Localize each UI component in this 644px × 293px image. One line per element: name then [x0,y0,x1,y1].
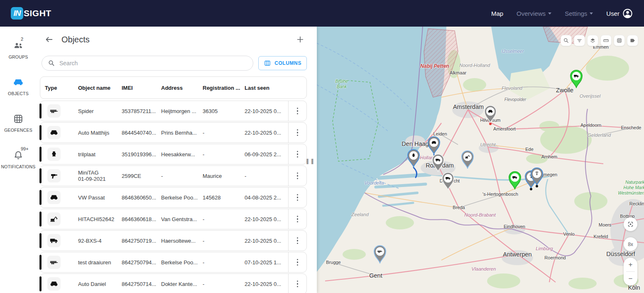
search-icon [48,59,55,67]
row-menu-button[interactable] [288,123,306,143]
map-pin-trailer[interactable] [373,245,387,263]
sidebar-item-label: NOTIFICATIONS [1,164,36,169]
drill-icon [47,169,61,182]
columns-icon [264,59,271,67]
car-icon [47,277,61,291]
row-status-bar [39,103,42,118]
row-status-bar [39,255,42,270]
table-row[interactable]: 92-BXS-4 8642750719... Haersoltewe... - … [40,230,307,251]
registration-cell: - [203,151,245,158]
zoom-out-button[interactable]: − [624,272,637,286]
zoom-in-button[interactable]: + [624,258,637,271]
table-row[interactable]: VW Passat 8646360650... Berkelse Poo... … [40,187,307,208]
car-icon [12,76,24,88]
nav-user[interactable]: User [606,8,633,19]
add-object-button[interactable] [294,33,307,46]
sidebar-item-objects[interactable]: OBJECTS [0,72,37,109]
map-tool-tag-icon[interactable] [627,35,638,46]
row-menu-button[interactable] [288,231,306,251]
excavator-icon [47,212,61,226]
sidebar-item-groups[interactable]: 2GROUPS [0,36,37,72]
row-status-bar [39,190,42,205]
last-seen-cell: 22-10-2025 0... [245,130,288,136]
car-icon [47,191,61,204]
sidebar-item-notifications[interactable]: 99+NOTIFICATIONS [0,145,37,182]
last-seen-cell: 06-09-2025 2... [245,151,288,158]
map-pin-truck[interactable] [508,171,522,190]
nav-overviews[interactable]: Overviews [517,10,551,17]
row-menu-button[interactable] [288,166,306,186]
row-menu-button[interactable] [288,209,306,229]
table-row[interactable]: HITACHI52642 8646360618... Van Gentstra.… [40,209,307,229]
map-tool-geofence-grid-icon[interactable] [614,35,625,46]
map-pin-excavator[interactable] [460,150,475,169]
app-logo[interactable]: IN SIGHT [11,7,51,20]
map-pin-wifi[interactable] [530,167,544,186]
map-canvas[interactable]: Nabij PettenBruine BankIJsselmeerNoord-H… [317,27,644,293]
imei-cell: 2599CE [122,173,161,179]
pin-position-dot [536,185,538,187]
map-pin-truck[interactable] [569,69,583,88]
map-pin-truck[interactable] [431,153,445,172]
imei-cell: 8646360650... [122,195,161,201]
nav-user-label: User [606,10,620,17]
search-box[interactable] [42,56,253,71]
map-tool-search-icon[interactable] [561,35,572,46]
pin-position-dot [530,188,532,190]
map-pin-truck[interactable] [441,172,455,190]
column-header: Registration ... [203,85,245,91]
map-tool-ruler-icon[interactable] [600,35,612,46]
table-row[interactable]: MiniTAG 01-09-2021 2599CE - Maurice - [40,165,307,186]
sidebar-item-geofences[interactable]: GEOFENCES [0,109,37,145]
focus-icon [627,221,634,228]
map-pin-compactor[interactable] [406,149,421,167]
map-tool-layers-icon[interactable] [587,35,598,46]
recenter-button[interactable] [624,217,637,231]
truck-icon [47,234,61,247]
registration-cell: 145628 [203,195,245,201]
table-row[interactable]: Auto Matthijs 8644540740... Prins Bernha… [40,122,307,143]
last-seen-cell: 22-10-2025 0... [245,216,288,222]
map-pin-car[interactable] [483,105,497,123]
last-seen-cell: 22-10-2025 0... [245,108,288,114]
column-header: Type [45,85,78,91]
imei-cell: 8646360618... [122,216,161,222]
search-input[interactable] [59,60,247,66]
nav-settings[interactable]: Settings [565,10,593,17]
registration-cell: Maurice [203,173,245,179]
row-status-bar [39,125,42,140]
object-name-cell: test draaiuren [78,259,122,266]
kebab-menu-icon [297,259,299,266]
map-pin-car[interactable] [427,136,441,155]
imei-cell: 8642750719... [122,238,161,244]
row-menu-button[interactable] [288,101,306,121]
user-avatar-icon[interactable] [622,8,633,19]
row-menu-button[interactable] [288,144,306,164]
panel-resize-handle[interactable]: ❚❚ [305,158,315,164]
row-menu-button[interactable] [288,274,306,293]
table-row[interactable]: Auto Daniel 8642750714... Dokter Kante..… [40,273,307,293]
row-status-bar [39,233,42,248]
row-menu-button[interactable] [288,187,306,207]
table-row[interactable]: Spider 3537857211... Heijtmorgen ... 363… [40,101,307,121]
trailer-icon [47,256,61,269]
left-sidebar: 2GROUPSOBJECTSGEOFENCES99+NOTIFICATIONS [0,27,37,293]
geofence-icon [12,113,24,125]
objects-panel: Objects COLUMNS TypeObject nameIMEIAddre… [37,27,317,293]
row-status-bar [39,147,42,162]
back-button[interactable] [42,33,56,46]
object-name-cell: trilplaat [78,151,122,158]
imei-cell: 3519019396... [122,151,161,158]
nav-map[interactable]: Map [491,10,503,17]
columns-button-label: COLUMNS [274,60,301,66]
page-title: Objects [61,35,294,44]
table-row[interactable]: test draaiuren 8642750794... Berkelse Po… [40,252,307,273]
row-menu-button[interactable] [288,252,306,272]
map-tool-filter-icon[interactable] [574,35,585,46]
table-row[interactable]: trilplaat 3519019396... Heesakkerw... - … [40,144,307,165]
columns-button[interactable]: COLUMNS [258,56,307,70]
column-header: Object name [78,85,122,91]
address-cell: Prins Bernha... [161,130,203,136]
zoom-level-badge[interactable]: 8x [624,237,637,251]
car-icon [47,126,61,139]
